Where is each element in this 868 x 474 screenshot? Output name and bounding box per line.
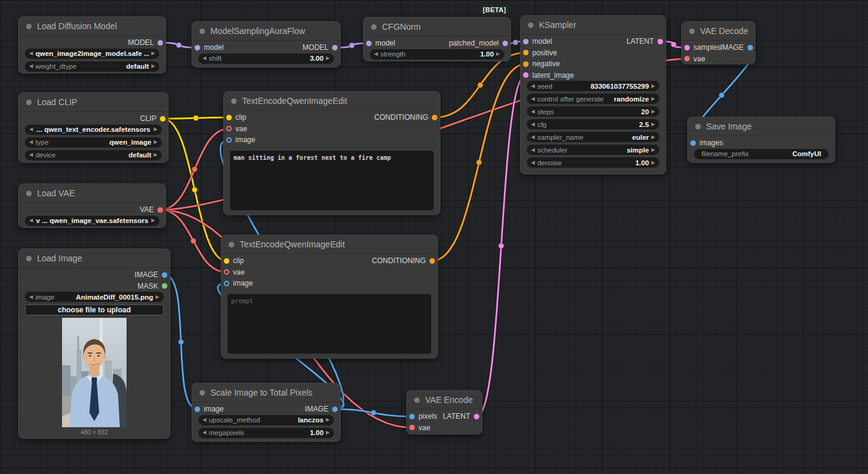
upload-button[interactable]: choose file to upload [25,304,164,315]
widget-seed[interactable]: ◀seed833061037755299▶ [527,81,659,91]
increment-arrow[interactable]: ▶ [651,135,655,140]
widget-megapixels[interactable]: ◀megapixels1.00▶ [198,428,334,438]
collapse-dot[interactable] [528,22,533,28]
increment-arrow[interactable]: ▶ [154,127,158,132]
widget-upscale_method[interactable]: ◀upscale_methodlanczos▶ [198,415,334,425]
collapse-dot[interactable] [26,256,32,261]
node-vae-decode[interactable]: VAE DecodesamplesIMAGEvae [681,21,755,64]
decrement-arrow[interactable]: ◀ [29,127,33,132]
increment-arrow[interactable]: ▶ [156,295,159,300]
widget-device[interactable]: ◀devicedefault▶ [25,150,162,160]
widget-weight_dtype[interactable]: ◀weight_dtypedefault▶ [25,61,159,72]
vae-input-slot[interactable] [409,425,415,430]
CLIP-output-slot[interactable] [160,116,165,122]
clip-input-slot[interactable] [226,115,232,120]
collapse-dot[interactable] [695,124,701,129]
node-ksampler[interactable]: KSamplermodelLATENTpositivenegativelaten… [520,15,666,174]
widget-value[interactable]: ◀qwen_image2image_model.safe ...▶ [25,49,159,59]
LATENT-output-slot[interactable] [658,39,663,44]
node-header[interactable]: Load CLIP [19,93,168,112]
node-text-encode-1[interactable]: TextEncodeQwenImageEditclipCONDITIONINGv… [223,91,440,215]
node-header[interactable]: ModelSamplingAuraFlow [192,22,340,41]
increment-arrow[interactable]: ▶ [151,218,155,223]
increment-arrow[interactable]: ▶ [154,153,158,157]
node-header[interactable]: Load VAE [19,184,165,203]
increment-arrow[interactable]: ▶ [651,122,655,127]
widget-filename_prefix[interactable]: filename_prefixComfyUI [694,149,828,159]
CONDITIONING-output-slot[interactable] [432,115,437,120]
IMAGE-output-slot[interactable] [332,407,338,412]
pixels-input-slot[interactable] [409,414,415,419]
widget-strength[interactable]: ◀strength1.00▶ [370,49,504,60]
negative-input-slot[interactable] [523,61,529,67]
node-header[interactable]: Load Diffusion Model [19,17,165,36]
decrement-arrow[interactable]: ◀ [203,417,206,422]
increment-arrow[interactable]: ▶ [326,56,330,61]
widget-type[interactable]: ◀typeqwen_image▶ [25,137,162,148]
decrement-arrow[interactable]: ◀ [531,160,535,165]
MASK-output-slot[interactable] [162,283,167,289]
decrement-arrow[interactable]: ◀ [29,295,33,300]
decrement-arrow[interactable]: ◀ [531,148,535,153]
image-input-slot[interactable] [195,407,200,412]
collapse-dot[interactable] [229,242,234,247]
widget-scheduler[interactable]: ◀schedulersimple▶ [527,145,659,155]
increment-arrow[interactable]: ▶ [651,84,655,89]
node-header[interactable]: TextEncodeQwenImageEdit [224,92,440,111]
node-model-sampling-auraflow[interactable]: ModelSamplingAuraFlowmodelMODEL◀shift3.0… [192,21,341,67]
increment-arrow[interactable]: ▶ [651,97,655,101]
decrement-arrow[interactable]: ◀ [203,430,206,435]
node-load-clip[interactable]: Load CLIPCLIP◀... qwen_text_encoder.safe… [18,92,168,163]
node-load-vae[interactable]: Load VAEVAE◀v ... qwen_image_vae.safeten… [18,184,166,228]
node-header[interactable]: Save Image [688,117,835,136]
collapse-dot[interactable] [26,191,32,196]
model-input-slot[interactable] [523,39,529,44]
decrement-arrow[interactable]: ◀ [29,218,33,223]
node-header[interactable]: Load Image [19,249,170,268]
widget-sampler_name[interactable]: ◀sampler_nameeuler▶ [527,132,659,142]
decrement-arrow[interactable]: ◀ [29,51,33,56]
vae-input-slot[interactable] [226,126,232,131]
decrement-arrow[interactable]: ◀ [531,122,535,127]
node-header[interactable]: KSampler [521,16,665,35]
IMAGE-output-slot[interactable] [162,272,167,278]
vae-input-slot[interactable] [224,269,229,275]
increment-arrow[interactable]: ▶ [151,51,155,56]
decrement-arrow[interactable]: ◀ [374,52,378,57]
increment-arrow[interactable]: ▶ [651,109,655,114]
positive-input-slot[interactable] [523,50,529,55]
samples-input-slot[interactable] [684,45,690,50]
prompt-textarea[interactable]: prompt [227,294,431,354]
widget-image[interactable]: ◀imageAnimateDiff_00015.png▶ [25,292,164,302]
node-header[interactable]: Scale Image to Total Pixels [192,383,340,402]
node-load-image[interactable]: Load ImageIMAGEMASK◀imageAnimateDiff_000… [18,249,170,439]
clip-input-slot[interactable] [224,258,229,264]
vae-input-slot[interactable] [684,56,690,61]
node-header[interactable]: TextEncodeQwenImageEdit [221,235,437,254]
increment-arrow[interactable]: ▶ [651,148,655,153]
decrement-arrow[interactable]: ◀ [29,153,33,157]
increment-arrow[interactable]: ▶ [326,417,330,422]
widget-control after generate[interactable]: ◀control after generaterandomize▶ [527,94,659,104]
decrement-arrow[interactable]: ◀ [29,64,33,69]
widget-cfg[interactable]: ◀cfg2.5▶ [527,119,659,129]
decrement-arrow[interactable]: ◀ [203,56,206,61]
increment-arrow[interactable]: ▶ [496,52,500,57]
widget-value[interactable]: ◀v ... qwen_image_vae.safetensors▶ [25,216,159,226]
LATENT-output-slot[interactable] [474,414,479,419]
collapse-dot[interactable] [26,24,32,29]
collapse-dot[interactable] [414,397,420,403]
images-input-slot[interactable] [690,140,696,146]
widget-denoise[interactable]: ◀denoise1.00▶ [527,157,659,168]
node-header[interactable]: CFGNorm [364,18,510,36]
node-header[interactable]: VAE Decode [682,22,755,41]
patched_model-output-slot[interactable] [502,41,508,46]
widget-steps[interactable]: ◀steps20▶ [527,106,659,117]
node-graph-canvas[interactable]: Load Diffusion ModelMODEL◀qwen_image2ima… [0,0,868,474]
widget-shift[interactable]: ◀shift3.00▶ [198,53,334,64]
latent_image-input-slot[interactable] [523,72,529,78]
decrement-arrow[interactable]: ◀ [531,109,535,114]
increment-arrow[interactable]: ▶ [151,64,155,69]
decrement-arrow[interactable]: ◀ [29,140,33,145]
IMAGE-output-slot[interactable] [748,45,753,50]
